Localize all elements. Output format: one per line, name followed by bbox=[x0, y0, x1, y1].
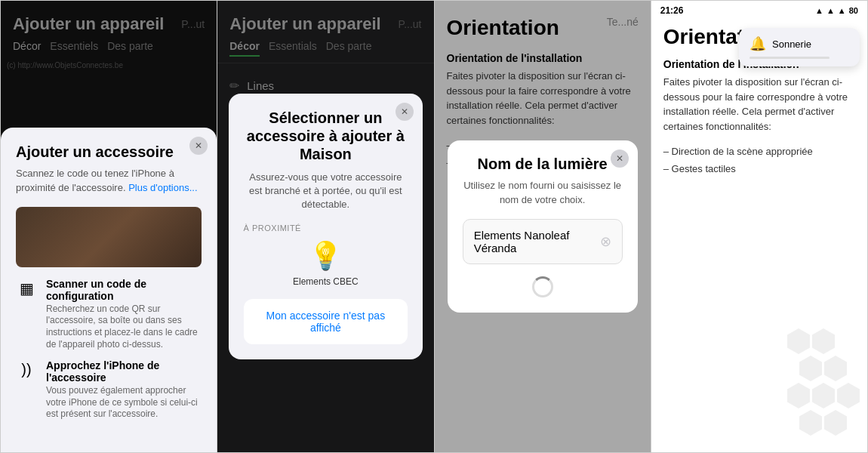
panel4-desc: Faites pivoter la disposition sur l'écra… bbox=[663, 75, 855, 134]
device-name: Elements CBEC bbox=[293, 276, 359, 287]
modal2-sheet: ✕ Sélectionner un accessoire à ajouter à… bbox=[229, 94, 423, 360]
modal1-title: Ajouter un accessoire bbox=[16, 143, 202, 161]
light-name-value: Elements Nanoleaf Véranda bbox=[474, 229, 600, 254]
status-time: 21:26 bbox=[660, 5, 684, 16]
bulb-icon: 💡 bbox=[309, 240, 343, 272]
wifi-icon: ▲ bbox=[838, 6, 846, 15]
modal3-sheet: ✕ Nom de la lumière Utilisez le nom four… bbox=[448, 140, 638, 312]
loading-spinner bbox=[463, 276, 623, 297]
not-shown-button[interactable]: Mon accessoire n'est pas affiché bbox=[244, 299, 408, 344]
bell-icon: 🔔 bbox=[749, 35, 766, 52]
spinner-circle bbox=[532, 276, 553, 297]
input-clear-icon[interactable]: ⊗ bbox=[600, 233, 611, 250]
modal2-overlay: ✕ Sélectionner un accessoire à ajouter à… bbox=[217, 1, 433, 452]
modal2-close-button[interactable]: ✕ bbox=[396, 103, 414, 121]
panel-3: Orientation Te...né Orientation de l'ins… bbox=[435, 1, 651, 452]
qr-icon: ▦ bbox=[16, 279, 37, 297]
modal1-desc: Scannez le code ou tenez l'iPhone à prox… bbox=[16, 167, 202, 194]
panel-4: 21:26 ▲ ▲ ▲ 80 🔔 Sonnerie Orientation Te… bbox=[651, 1, 867, 452]
modal1-sheet: ✕ Ajouter un accessoire Scannez le code … bbox=[1, 128, 217, 452]
panel-2: Ajouter un appareil P...ut Décor Essenti… bbox=[217, 1, 434, 452]
option-qr-desc: Recherchez un code QR sur l'accessoire, … bbox=[46, 304, 202, 350]
modal1-more-options-link[interactable]: Plus d'options... bbox=[128, 182, 197, 193]
modal1-close-button[interactable]: ✕ bbox=[189, 137, 208, 155]
modal3-overlay: ✕ Nom de la lumière Utilisez le nom four… bbox=[435, 1, 651, 452]
option-nfc-title: Approchez l'iPhone de l'accessoire bbox=[46, 359, 202, 384]
modal1-option-qr: ▦ Scanner un code de configuration Reche… bbox=[16, 278, 202, 350]
device-icon-container: 💡 Elements CBEC bbox=[244, 240, 408, 287]
modal1-overlay: ✕ Ajouter un accessoire Scannez le code … bbox=[1, 1, 217, 452]
hexagon-decoration bbox=[787, 328, 860, 437]
qr-camera-view bbox=[16, 207, 202, 267]
modal2-title: Sélectionner un accessoire à ajouter à M… bbox=[244, 109, 408, 163]
notification-popup: 🔔 Sonnerie bbox=[739, 28, 860, 66]
modal3-desc: Utilisez le nom fourni ou saisissez le n… bbox=[463, 179, 623, 206]
nfc-icon: )) bbox=[16, 361, 37, 378]
panel4-bullet-1: – Direction de la scène appropriée bbox=[663, 143, 855, 160]
option-nfc-desc: Vous pouvez également approcher votre iP… bbox=[46, 385, 202, 421]
notification-bar bbox=[749, 57, 830, 59]
panel4-status-bar: 21:26 ▲ ▲ ▲ 80 bbox=[651, 1, 867, 19]
battery-indicator: 80 bbox=[849, 6, 858, 15]
light-name-input[interactable]: Elements Nanoleaf Véranda ⊗ bbox=[463, 219, 623, 264]
option-qr-title: Scanner un code de configuration bbox=[46, 278, 202, 302]
notification-text: Sonnerie bbox=[772, 39, 811, 50]
modal3-title: Nom de la lumière bbox=[463, 156, 623, 173]
notification-row: 🔔 Sonnerie bbox=[749, 35, 849, 52]
modal3-close-button[interactable]: ✕ bbox=[611, 149, 629, 168]
modal2-section-title: À PROXIMITÉ bbox=[244, 223, 408, 233]
panel-1: Ajouter un appareil P...ut Décor Essenti… bbox=[1, 1, 217, 452]
status-icons: ▲ ▲ ▲ 80 bbox=[815, 6, 858, 15]
modal2-desc: Assurez-vous que votre accessoire est br… bbox=[244, 171, 408, 212]
modal1-option-nfc: )) Approchez l'iPhone de l'accessoire Vo… bbox=[16, 359, 202, 421]
signal-icon: ▲ bbox=[826, 6, 835, 15]
panel4-bullet-2: – Gestes tactiles bbox=[663, 160, 855, 177]
location-icon: ▲ bbox=[815, 6, 823, 15]
main-container: Ajouter un appareil P...ut Décor Essenti… bbox=[1, 1, 867, 452]
